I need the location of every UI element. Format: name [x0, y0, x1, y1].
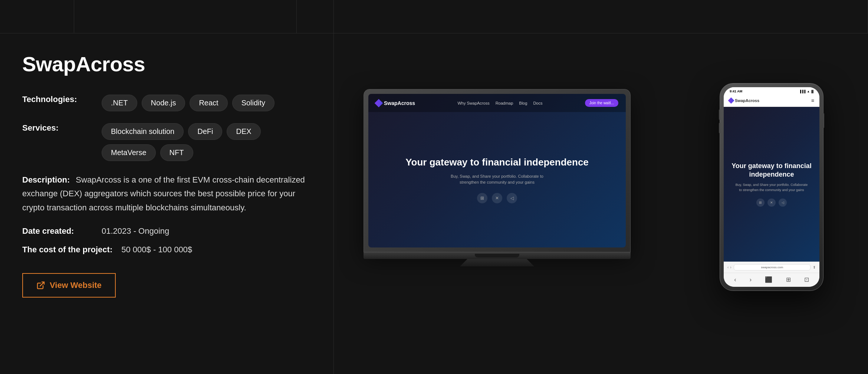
- view-website-label: View Website: [50, 280, 102, 290]
- laptop-join-button[interactable]: Join the waitl...: [585, 99, 618, 107]
- browser-forward-btn[interactable]: ›: [730, 265, 731, 269]
- cost-row: The cost of the project: 50 000$ - 100 0…: [22, 245, 311, 255]
- phone-mockup: 9:41 AM ▐▐▐ ▲ ▓ SwapAcross: [720, 83, 823, 291]
- status-right: ▐▐▐ ▲ ▓: [799, 90, 813, 93]
- laptop-notch: [475, 254, 519, 257]
- laptop-telegram-icon: ◁: [507, 193, 517, 203]
- tag-defi: DeFi: [188, 123, 222, 140]
- bottom-bar-bookmarks[interactable]: ⊞: [786, 276, 791, 283]
- laptop-nav-why: Why SwapAcross: [457, 101, 489, 105]
- svg-line-0: [40, 282, 44, 286]
- phone-time: 9:41 AM: [730, 89, 742, 93]
- phone-headline: Your gateway to financial independence: [730, 162, 813, 179]
- phone-navbar: SwapAcross ≡: [724, 95, 819, 107]
- date-label: Date created:: [22, 226, 93, 236]
- laptop-nav-roadmap: Roadmap: [496, 101, 513, 105]
- tag-nodejs: Node.js: [142, 95, 185, 111]
- services-row: Services: Blockchain solution DeFi DEX M…: [22, 123, 311, 161]
- bottom-bar-forward[interactable]: ›: [750, 276, 752, 283]
- description-wrapper: Description:SwapArcoss is a one of the f…: [22, 173, 311, 214]
- hamburger-icon[interactable]: ≡: [811, 98, 814, 104]
- laptop-twitter-icon: ✕: [492, 193, 502, 203]
- laptop-content: Your gateway to financial independence B…: [368, 112, 626, 247]
- tag-dex: DEX: [227, 123, 260, 140]
- phone-side-btn: [823, 113, 824, 128]
- laptop-mockup: SwapAcross Why SwapAcross Roadmap Blog D…: [364, 89, 631, 267]
- tag-dotnet: .NET: [102, 95, 137, 111]
- phone-discord-icon: ⊞: [756, 199, 765, 207]
- laptop-stand: [460, 259, 534, 266]
- laptop-headline: Your gateway to financial independence: [405, 156, 589, 169]
- battery-icon: ▓: [811, 90, 813, 93]
- technologies-row: Technologies: .NET Node.js React Solidit…: [22, 95, 311, 111]
- phone-twitter-icon: ✕: [767, 199, 776, 207]
- phone-logo-diamond: [728, 98, 734, 104]
- phone-vol-up: [719, 109, 720, 120]
- phone-vol-down: [719, 123, 720, 133]
- browser-nav: ‹ ›: [727, 265, 731, 269]
- phone-outer: 9:41 AM ▐▐▐ ▲ ▓ SwapAcross: [720, 83, 823, 291]
- phone-browser-bar: ‹ › swapacross.com ⬆: [724, 262, 819, 273]
- laptop-nav-docs: Docs: [533, 101, 542, 105]
- cost-value: 50 000$ - 100 000$: [121, 245, 192, 255]
- tag-metaverse: MetaVerse: [102, 144, 156, 161]
- browser-url[interactable]: swapacross.com: [734, 264, 811, 270]
- mockup-container: SwapAcross Why SwapAcross Roadmap Blog D…: [356, 22, 846, 352]
- laptop-social-icons: ⊞ ✕ ◁: [477, 193, 517, 203]
- wifi-icon: ▲: [807, 90, 810, 93]
- cost-label: The cost of the project:: [22, 245, 112, 255]
- signal-icon: ▐▐▐: [799, 90, 805, 93]
- project-title: SwapAcross: [22, 52, 311, 76]
- tag-solidity: Solidity: [232, 95, 274, 111]
- phone-status-bar: 9:41 AM ▐▐▐ ▲ ▓: [724, 87, 819, 95]
- laptop-logo: SwapAcross: [376, 100, 415, 106]
- laptop-screen: SwapAcross Why SwapAcross Roadmap Blog D…: [368, 94, 626, 247]
- laptop-discord-icon: ⊞: [477, 193, 487, 203]
- tag-blockchain: Blockchain solution: [102, 123, 184, 140]
- laptop-nav-links: Why SwapAcross Roadmap Blog Docs: [457, 101, 542, 105]
- page-container: SwapAcross Technologies: .NET Node.js Re…: [0, 0, 868, 374]
- technologies-label: Technologies:: [22, 95, 93, 104]
- left-panel: SwapAcross Technologies: .NET Node.js Re…: [0, 0, 334, 374]
- services-tags: Blockchain solution DeFi DEX MetaVerse N…: [102, 123, 311, 161]
- phone-logo: SwapAcross: [729, 98, 759, 103]
- description-row: Description:SwapArcoss is a one of the f…: [22, 173, 311, 214]
- laptop-subtext: Buy, Swap, and Share your portfolio. Col…: [449, 173, 545, 186]
- laptop-navbar: SwapAcross Why SwapAcross Roadmap Blog D…: [368, 94, 626, 112]
- tag-react: React: [190, 95, 227, 111]
- bottom-bar-tabs[interactable]: ⊡: [804, 276, 809, 283]
- services-label: Services:: [22, 123, 93, 133]
- laptop-base: [364, 252, 631, 259]
- tag-nft: NFT: [160, 144, 193, 161]
- phone-telegram-icon: ◁: [779, 199, 787, 207]
- browser-share-btn[interactable]: ⬆: [813, 265, 816, 269]
- description-label: Description:: [22, 175, 70, 184]
- phone-bottom-bar: ‹ › ⬛ ⊞ ⊡: [724, 273, 819, 287]
- view-website-button[interactable]: View Website: [22, 273, 116, 298]
- laptop-body: SwapAcross Why SwapAcross Roadmap Blog D…: [364, 89, 631, 252]
- phone-logo-text: SwapAcross: [735, 98, 759, 103]
- phone-screen-content: Your gateway to financial independence B…: [724, 107, 819, 262]
- technologies-tags: .NET Node.js React Solidity: [102, 95, 274, 111]
- laptop-logo-text: SwapAcross: [384, 100, 415, 106]
- phone-subtext: Buy, Swap, and Share your portfolio. Col…: [734, 183, 809, 193]
- phone-social-icons: ⊞ ✕ ◁: [756, 199, 787, 207]
- laptop-nav-blog: Blog: [519, 101, 527, 105]
- right-panel: SwapAcross Why SwapAcross Roadmap Blog D…: [334, 0, 868, 374]
- phone-inner: 9:41 AM ▐▐▐ ▲ ▓ SwapAcross: [724, 87, 819, 287]
- browser-back-btn[interactable]: ‹: [727, 265, 729, 269]
- bottom-bar-back[interactable]: ‹: [734, 276, 736, 283]
- laptop-logo-diamond: [375, 99, 383, 107]
- date-value: 01.2023 - Ongoing: [102, 226, 169, 236]
- bottom-bar-home[interactable]: ⬛: [765, 276, 772, 283]
- date-row: Date created: 01.2023 - Ongoing: [22, 226, 311, 236]
- external-link-icon: [36, 281, 45, 290]
